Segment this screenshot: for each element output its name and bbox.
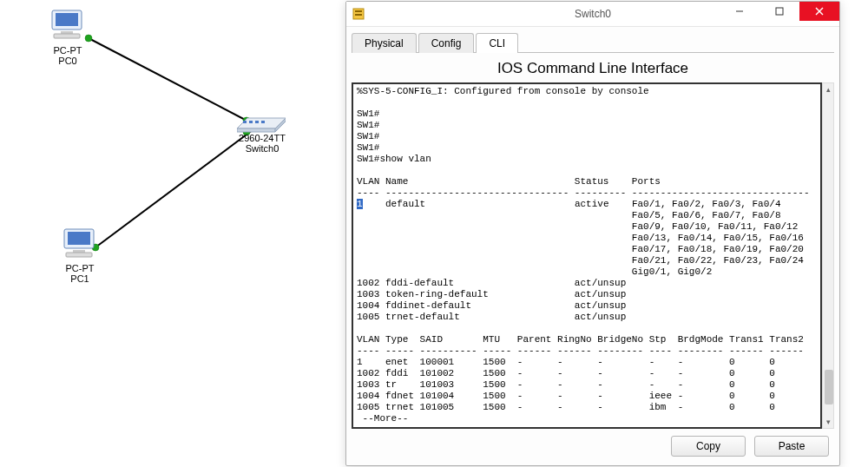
switch-icon[interactable]: [237, 113, 286, 134]
cli-line: 1002 fddi 101002 1500 - - - - - 0 0: [357, 368, 775, 378]
cli-terminal[interactable]: %SYS-5-CONFIG_I: Configured from console…: [352, 82, 822, 429]
cli-cmd: show vlan: [379, 154, 431, 164]
svg-rect-19: [776, 8, 783, 15]
close-button[interactable]: [799, 2, 839, 21]
cli-cell: Fa0/9, Fa0/10, Fa0/11, Fa0/12: [632, 221, 798, 232]
switch-cli-window: Switch0 Physical Config CLI IOS Command …: [345, 1, 840, 466]
cli-scrollbar[interactable]: ▴ ▾: [822, 82, 834, 429]
svg-rect-9: [255, 121, 259, 123]
svg-rect-8: [249, 121, 253, 123]
tab-physical[interactable]: Physical: [352, 33, 417, 53]
link-pc0-sw[interactable]: [89, 38, 253, 124]
pc1-label: PC-PT PC1: [41, 263, 119, 284]
pc0-name: PC0: [29, 56, 107, 66]
titlebar[interactable]: Switch0: [346, 2, 839, 27]
svg-rect-17: [355, 14, 362, 16]
tab-content: IOS Command Line Interface %SYS-5-CONFIG…: [352, 52, 834, 460]
scroll-down-icon[interactable]: ▾: [823, 416, 833, 428]
minimize-button[interactable]: [720, 2, 760, 21]
maximize-button[interactable]: [760, 2, 799, 21]
switch-name: Switch0: [223, 143, 301, 154]
svg-rect-12: [68, 232, 90, 245]
cli-line: ---- -------------------------------- --…: [357, 187, 810, 198]
pc1-name: PC1: [41, 273, 119, 284]
cli-line: 1 enet 100001 1500 - - - - - 0 0: [357, 357, 775, 367]
window-title: Switch0: [575, 8, 611, 20]
cli-line: 1005 trnet 101005 1500 - - - ibm - 0 0: [357, 402, 775, 412]
cli-line: 1003 token-ring-default act/unsup: [357, 289, 626, 299]
cli-more: --More--: [357, 413, 408, 424]
svg-rect-14: [66, 253, 92, 257]
cli-line: SW1#: [357, 142, 379, 153]
svg-rect-10: [261, 121, 265, 123]
cli-line: SW1#: [357, 109, 379, 119]
svg-marker-5: [237, 128, 275, 132]
tab-strip: Physical Config CLI: [352, 32, 834, 52]
cli-cell: Fa0/5, Fa0/6, Fa0/7, Fa0/8: [632, 210, 781, 220]
cli-line: SW1#: [357, 154, 379, 164]
cli-button-row: Copy Paste: [352, 429, 834, 460]
cli-cell: Gig0/1, Gig0/2: [632, 266, 712, 277]
scroll-up-icon[interactable]: ▴: [823, 83, 833, 95]
cli-heading: IOS Command Line Interface: [352, 53, 834, 82]
pc1-icon[interactable]: [61, 227, 101, 260]
switch-type: 2960-24TT: [223, 133, 301, 143]
cli-line: SW1#: [357, 120, 379, 130]
scroll-thumb[interactable]: [825, 370, 833, 405]
cli-cell: Fa0/13, Fa0/14, Fa0/15, Fa0/16: [632, 233, 804, 243]
pc0-type: PC-PT: [29, 45, 107, 56]
cli-line: 1004 fdnet 101004 1500 - - - ieee - 0 0: [357, 391, 775, 401]
cli-line: 1003 tr 101003 1500 - - - - - 0 0: [357, 379, 775, 390]
cli-cell: active: [575, 199, 609, 209]
cli-line: 1005 trnet-default act/unsup: [357, 312, 626, 322]
tab-config[interactable]: Config: [418, 33, 475, 53]
copy-button[interactable]: Copy: [671, 436, 746, 457]
cli-line: VLAN Type SAID MTU Parent RingNo BridgeN…: [357, 334, 804, 345]
pc1-type: PC-PT: [41, 263, 119, 273]
svg-rect-16: [355, 10, 362, 12]
pc0-icon[interactable]: [49, 9, 89, 42]
cli-line: 1002 fddi-default act/unsup: [357, 278, 626, 288]
cli-cell: default: [385, 199, 425, 209]
cli-line: %SYS-5-CONFIG_I: Configured from console…: [357, 86, 649, 96]
tab-cli[interactable]: CLI: [476, 33, 518, 53]
svg-rect-7: [243, 121, 247, 123]
svg-rect-3: [54, 34, 80, 38]
paste-button[interactable]: Paste: [754, 436, 829, 457]
switch-label: 2960-24TT Switch0: [223, 133, 301, 154]
cli-cell: Fa0/21, Fa0/22, Fa0/23, Fa0/24: [632, 255, 804, 266]
cli-line: SW1#: [357, 131, 379, 141]
cli-line: VLAN Name Status Ports: [357, 176, 661, 187]
cli-cell: Fa0/1, Fa0/2, Fa0/3, Fa0/4: [632, 199, 781, 209]
cli-selection[interactable]: 1: [357, 199, 363, 209]
topology-canvas[interactable]: PC-PT PC0 2960-24TT Switch0 PC-PT PC1: [0, 0, 339, 467]
cli-line: ---- ----- ---------- ----- ------ -----…: [357, 345, 804, 356]
pc0-label: PC-PT PC0: [29, 45, 107, 66]
app-icon: [352, 7, 365, 21]
cli-cell: Fa0/17, Fa0/18, Fa0/19, Fa0/20: [632, 244, 804, 254]
svg-rect-1: [56, 13, 78, 26]
cli-line: 1004 fddinet-default act/unsup: [357, 300, 626, 311]
